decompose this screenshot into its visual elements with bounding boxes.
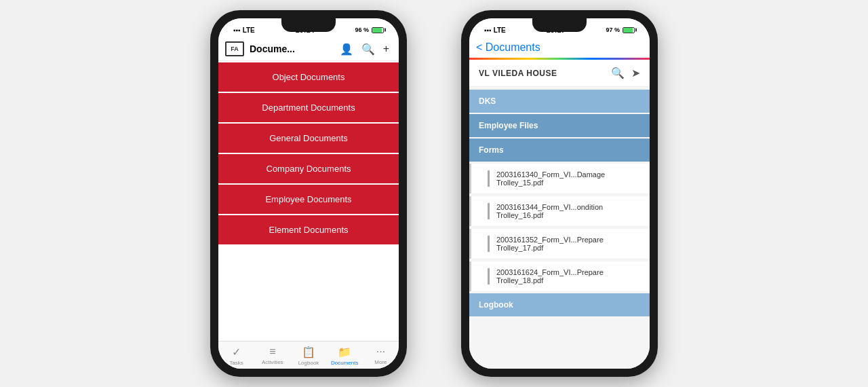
menu-item-object-documents[interactable]: Object Documents: [218, 62, 399, 92]
file-item-2-inner: 2003161344_Form_VI...ondition Trolley_16…: [488, 203, 640, 219]
tasks-icon: ✓: [232, 346, 241, 358]
lte-label-2: LTE: [494, 26, 506, 34]
tab-documents-label: Documents: [331, 360, 358, 366]
tab-activities[interactable]: ≡ Activities: [254, 346, 290, 366]
battery-area-2: 97 %: [606, 26, 635, 33]
status-bar-1: ▪▪▪ LTE 19:14 96 %: [218, 18, 399, 37]
plus-icon[interactable]: +: [383, 43, 389, 55]
p1-header: FA Docume... 👤 🔍 +: [218, 37, 399, 61]
signal-1: ▪▪▪ LTE: [233, 26, 255, 34]
section-logbook[interactable]: Logbook: [469, 293, 650, 316]
phone-1: ▪▪▪ LTE 19:14 96 % FA Docume... 👤 🔍 +: [210, 10, 407, 377]
logbook-icon: 📋: [302, 346, 315, 358]
phone-2: ▪▪▪ LTE 19:17 97 % < Documents VL VILEDA…: [461, 10, 658, 377]
menu-item-element-documents[interactable]: Element Documents: [218, 215, 399, 244]
tab-more-label: More: [374, 359, 387, 365]
battery-icon-1: [372, 27, 384, 33]
signal-bars-1: ▪▪▪: [233, 26, 241, 34]
menu-item-department-documents[interactable]: Department Documents: [218, 93, 399, 122]
tab-documents[interactable]: 📁 Documents: [327, 346, 363, 366]
p1-menu: Object Documents Department Documents Ge…: [218, 61, 399, 341]
p1-header-icons: 👤 🔍 +: [340, 43, 389, 56]
file-item-1[interactable]: 2003161340_Form_VI...Damage Trolley_15.p…: [469, 164, 650, 194]
tab-activities-label: Activities: [262, 359, 283, 365]
section-dks[interactable]: DKS: [469, 90, 650, 113]
p1-logo: FA: [225, 41, 244, 56]
file-item-2[interactable]: 2003161344_Form_VI...ondition Trolley_16…: [469, 196, 650, 226]
tab-tasks-label: Tasks: [229, 360, 243, 366]
battery-icon-2: [623, 27, 635, 33]
location-name: VL VILEDA HOUSE: [479, 69, 611, 78]
menu-item-general-documents[interactable]: General Documents: [218, 124, 399, 153]
file-item-3-inner: 2003161352_Form_VI...Prepare Trolley_17.…: [488, 236, 640, 252]
p2-list: DKS Employee Files Forms 2003161340_Form…: [469, 87, 650, 369]
file-item-3[interactable]: 2003161352_Form_VI...Prepare Trolley_17.…: [469, 229, 650, 259]
search-icon[interactable]: 🔍: [361, 43, 375, 56]
p1-app-title: Docume...: [250, 43, 334, 54]
location-icon[interactable]: ➤: [631, 67, 640, 79]
search-icon-2[interactable]: 🔍: [611, 67, 625, 79]
signal-2: ▪▪▪ LTE: [484, 26, 506, 34]
status-bar-2: ▪▪▪ LTE 19:17 97 %: [469, 18, 650, 37]
section-employee-files[interactable]: Employee Files: [469, 114, 650, 137]
activities-icon: ≡: [269, 346, 275, 358]
tab-more[interactable]: ··· More: [363, 346, 399, 366]
section-forms[interactable]: Forms: [469, 139, 650, 162]
tab-tasks[interactable]: ✓ Tasks: [218, 346, 254, 366]
battery-pct-1: 96 %: [355, 26, 369, 33]
tab-logbook[interactable]: 📋 Logbook: [290, 346, 326, 366]
file-item-4-inner: 2003161624_Form_VI...Prepare Trolley_18.…: [488, 268, 640, 284]
battery-area-1: 96 %: [355, 26, 384, 33]
signal-bars-2: ▪▪▪: [484, 26, 492, 34]
p2-header: < Documents: [469, 37, 650, 58]
more-icon: ···: [376, 346, 385, 358]
menu-item-employee-documents[interactable]: Employee Documents: [218, 185, 399, 214]
menu-item-company-documents[interactable]: Company Documents: [218, 154, 399, 183]
location-icons: 🔍 ➤: [611, 67, 640, 79]
documents-icon: 📁: [338, 346, 351, 358]
file-item-1-inner: 2003161340_Form_VI...Damage Trolley_15.p…: [488, 170, 640, 187]
battery-pct-2: 97 %: [606, 26, 620, 33]
phone-1-screen: ▪▪▪ LTE 19:14 96 % FA Docume... 👤 🔍 +: [218, 18, 399, 369]
lte-label-1: LTE: [243, 26, 255, 34]
phone-2-screen: ▪▪▪ LTE 19:17 97 % < Documents VL VILEDA…: [469, 18, 650, 369]
p1-tabbar: ✓ Tasks ≡ Activities 📋 Logbook 📁 Documen…: [218, 341, 399, 369]
person-icon[interactable]: 👤: [340, 43, 353, 56]
tab-logbook-label: Logbook: [298, 360, 319, 366]
time-2: 19:17: [547, 26, 566, 34]
back-button[interactable]: < Documents: [476, 41, 540, 54]
file-item-4[interactable]: 2003161624_Form_VI...Prepare Trolley_18.…: [469, 261, 650, 291]
time-1: 19:14: [296, 26, 315, 34]
p2-location-bar: VL VILEDA HOUSE 🔍 ➤: [469, 60, 650, 87]
